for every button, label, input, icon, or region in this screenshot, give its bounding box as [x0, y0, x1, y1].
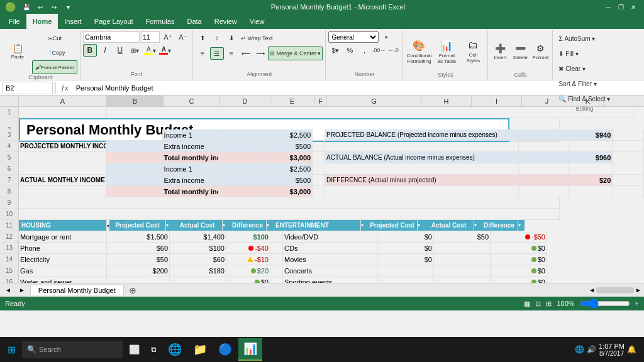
format-as-table-button[interactable]: 📊 Format as Table: [433, 31, 460, 72]
tab-file[interactable]: File: [3, 14, 26, 29]
e-diff-2[interactable]: $0: [491, 254, 547, 265]
tab-scroll-right[interactable]: ►: [16, 287, 28, 293]
number-dropdown[interactable]: ▾: [379, 31, 393, 43]
merge-center-button[interactable]: ⊞ Merge & Center ▾: [268, 47, 323, 60]
cell-d4[interactable]: [219, 141, 269, 152]
name-box[interactable]: B2: [3, 82, 53, 94]
delete-button[interactable]: ➖ Delete: [511, 31, 530, 72]
cell-styles-button[interactable]: 🗂 Cell Styles: [461, 31, 485, 72]
font-name-input[interactable]: [83, 31, 140, 43]
col-header-g[interactable]: G: [327, 96, 421, 106]
clear-button[interactable]: ✖ Clear ▾: [555, 62, 588, 75]
align-left-button[interactable]: ≡: [196, 47, 209, 60]
ent-actual-header[interactable]: Actual Cost: [424, 220, 474, 231]
add-sheet-button[interactable]: ⊕: [126, 285, 139, 295]
h-diff-0[interactable]: $100: [226, 231, 270, 243]
clock[interactable]: 1:07 PM 8/7/2017: [599, 343, 625, 357]
decrease-indent-button[interactable]: ⟵: [239, 47, 253, 60]
h-proj-3[interactable]: $200: [107, 265, 170, 277]
e-name-0[interactable]: Video/DVD: [283, 231, 377, 243]
h-actual-4[interactable]: [170, 277, 226, 283]
tab-view[interactable]: View: [243, 14, 271, 29]
search-bar-taskbar[interactable]: 🔍 Search: [22, 341, 123, 358]
qat-save[interactable]: 💾: [21, 2, 32, 12]
housing-actual-header[interactable]: Actual Cost: [172, 220, 223, 231]
qat-undo[interactable]: ↩: [35, 2, 46, 12]
align-right-button[interactable]: ≡: [225, 47, 238, 60]
format-button[interactable]: ⚙ Format: [531, 31, 550, 72]
h-name-4[interactable]: Water and sewer: [19, 277, 107, 283]
h-diff-4[interactable]: $0: [226, 277, 270, 283]
tab-insert[interactable]: Insert: [58, 14, 88, 29]
h-proj-1[interactable]: $60: [107, 243, 170, 254]
h-diff-2[interactable]: -$10: [226, 254, 270, 265]
entertainment-header[interactable]: ENTERTAINMENT: [273, 220, 361, 231]
status-view-layout[interactable]: ⊡: [535, 300, 541, 308]
e-actual-1[interactable]: [434, 243, 491, 254]
autosum-button[interactable]: Σ AutoSum ▾: [555, 31, 598, 45]
italic-button[interactable]: I: [98, 44, 112, 57]
number-format-select[interactable]: General: [328, 31, 379, 43]
cell-c7[interactable]: Extra income: [163, 175, 219, 186]
cell-e3[interactable]: $2,500: [269, 129, 313, 141]
border-button[interactable]: ⊞▾: [128, 44, 142, 57]
find-select-button[interactable]: 🔍 Find & Select ▾: [555, 92, 613, 106]
underline-button[interactable]: U: [113, 44, 127, 57]
close-button[interactable]: ✕: [628, 2, 639, 12]
tray-notifications[interactable]: 🔔: [627, 345, 636, 354]
tab-page-layout[interactable]: Page Layout: [88, 14, 140, 29]
taskbar-excel-active[interactable]: 📊: [238, 338, 262, 361]
col-header-f[interactable]: F: [314, 96, 327, 106]
e-actual-0[interactable]: $50: [434, 231, 491, 243]
e-actual-4[interactable]: [434, 277, 491, 283]
taskbar-task-view[interactable]: ⧉: [146, 338, 162, 361]
h-actual-3[interactable]: $180: [170, 265, 226, 277]
cell-c3[interactable]: Income 1: [163, 129, 219, 141]
e-actual-2[interactable]: [434, 254, 491, 265]
horizontal-scroll[interactable]: ◄ ►: [589, 287, 641, 293]
increase-indent-button[interactable]: ⟶: [253, 47, 267, 60]
h-name-1[interactable]: Phone: [19, 243, 107, 254]
cell-d3[interactable]: [219, 129, 269, 141]
cell-b8[interactable]: [106, 186, 162, 197]
col-header-c[interactable]: C: [164, 96, 220, 106]
cell-d5[interactable]: [219, 152, 269, 163]
cell-a8[interactable]: [19, 186, 106, 197]
cell-e8[interactable]: $3,000: [269, 186, 313, 197]
cell-b3[interactable]: [106, 129, 162, 141]
font-color-button[interactable]: A ▾: [158, 44, 172, 57]
ent-diff-header[interactable]: Difference: [480, 220, 518, 231]
minimize-button[interactable]: ─: [602, 2, 614, 12]
cell-a6[interactable]: [19, 163, 106, 175]
cell-c5[interactable]: Total monthly income: [163, 152, 219, 163]
font-size-input[interactable]: [141, 31, 160, 43]
formula-func-btn[interactable]: ƒx: [58, 84, 71, 92]
qat-redo[interactable]: ↪: [48, 2, 60, 12]
cell-a5[interactable]: [19, 152, 106, 163]
cell-b7[interactable]: [106, 175, 162, 186]
col-header-e[interactable]: E: [270, 96, 314, 106]
status-view-normal[interactable]: ▦: [524, 300, 530, 308]
sheet-tab-main[interactable]: Personal Monthly Budget: [30, 285, 124, 295]
cell-d7[interactable]: [219, 175, 269, 186]
h-name-3[interactable]: Gas: [19, 265, 107, 277]
cell-a1[interactable]: [19, 107, 107, 118]
cell-e4[interactable]: $500: [269, 141, 313, 152]
cell-a4[interactable]: PROJECTED MONTHLY INCOME: [19, 141, 106, 152]
e-proj-4[interactable]: [377, 277, 434, 283]
start-button[interactable]: ⊞: [3, 338, 21, 361]
col-header-d[interactable]: D: [220, 96, 270, 106]
comma-button[interactable]: ,: [357, 44, 371, 57]
tab-formulas[interactable]: Formulas: [140, 14, 181, 29]
tray-network[interactable]: 🌐: [575, 345, 584, 354]
tab-scroll-left[interactable]: ◄: [3, 287, 14, 293]
tab-home[interactable]: Home: [26, 14, 58, 29]
col-header-a[interactable]: A: [19, 96, 107, 106]
copy-button[interactable]: 📄 Copy: [32, 46, 77, 60]
sort-filter-button[interactable]: Sort & Filter ▾: [555, 77, 600, 90]
h-proj-0[interactable]: $1,500: [107, 231, 170, 243]
align-top-button[interactable]: ⬆: [196, 31, 209, 44]
cell-e6[interactable]: $2,500: [269, 163, 313, 175]
ent-projected-header[interactable]: Projected Cost: [367, 220, 418, 231]
zoom-slider[interactable]: [580, 299, 630, 308]
